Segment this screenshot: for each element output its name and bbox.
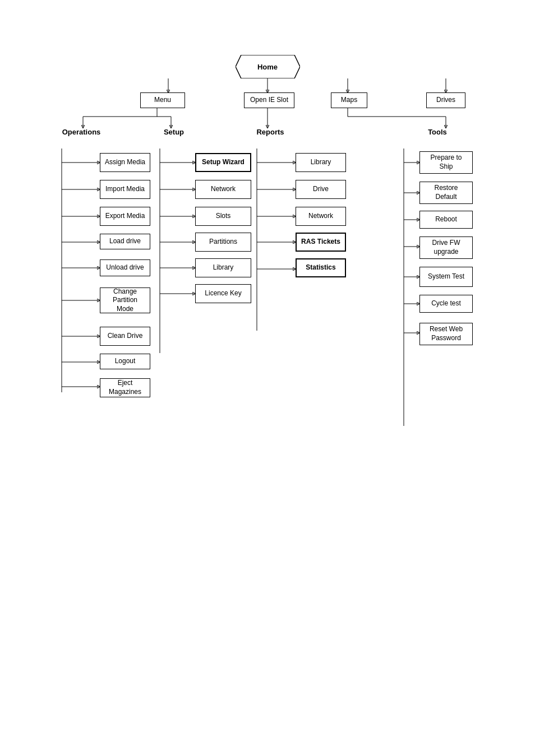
open-ie-slot-node[interactable]: Open IE Slot — [244, 92, 294, 108]
op-logout[interactable]: Logout — [100, 354, 150, 369]
setup-label: Setup — [149, 128, 199, 136]
tools-system-test[interactable]: System Test — [419, 267, 473, 287]
tools-reset-web-password[interactable]: Reset Web Password — [419, 323, 473, 345]
home-node: Home — [236, 55, 300, 78]
menu-node[interactable]: Menu — [140, 92, 185, 108]
tools-prepare-to-ship[interactable]: Prepare to Ship — [419, 151, 473, 174]
op-load-drive[interactable]: Load drive — [100, 234, 150, 249]
svg-text:Home: Home — [257, 63, 278, 71]
setup-partitions[interactable]: Partitions — [195, 233, 251, 252]
reports-statistics[interactable]: Statistics — [296, 258, 346, 277]
op-clean-drive[interactable]: Clean Drive — [100, 327, 150, 346]
setup-network[interactable]: Network — [195, 180, 251, 199]
drives-node[interactable]: Drives — [426, 92, 465, 108]
reports-ras-tickets[interactable]: RAS Tickets — [296, 233, 346, 252]
setup-slots[interactable]: Slots — [195, 207, 251, 226]
op-import-media[interactable]: Import Media — [100, 180, 150, 199]
tools-reboot[interactable]: Reboot — [419, 211, 473, 229]
reports-drive[interactable]: Drive — [296, 180, 346, 199]
op-assign-media[interactable]: Assign Media — [100, 153, 150, 172]
operations-label: Operations — [50, 128, 112, 136]
reports-network[interactable]: Network — [296, 207, 346, 226]
op-export-media[interactable]: Export Media — [100, 207, 150, 226]
setup-library[interactable]: Library — [195, 258, 251, 277]
setup-wizard[interactable]: Setup Wizard — [195, 153, 251, 172]
tools-cycle-test[interactable]: Cycle test — [419, 295, 473, 313]
maps-node[interactable]: Maps — [331, 92, 367, 108]
reports-label: Reports — [245, 128, 296, 136]
op-unload-drive[interactable]: Unload drive — [100, 259, 150, 276]
reports-library[interactable]: Library — [296, 153, 346, 172]
tools-restore-default[interactable]: Restore Default — [419, 182, 473, 204]
setup-licence-key[interactable]: Licence Key — [195, 284, 251, 303]
op-change-partition-mode[interactable]: Change Partition Mode — [100, 287, 150, 313]
op-eject-magazines[interactable]: Eject Magazines — [100, 378, 150, 397]
tools-label: Tools — [415, 128, 460, 136]
tools-drive-fw-upgrade[interactable]: Drive FW upgrade — [419, 236, 473, 259]
